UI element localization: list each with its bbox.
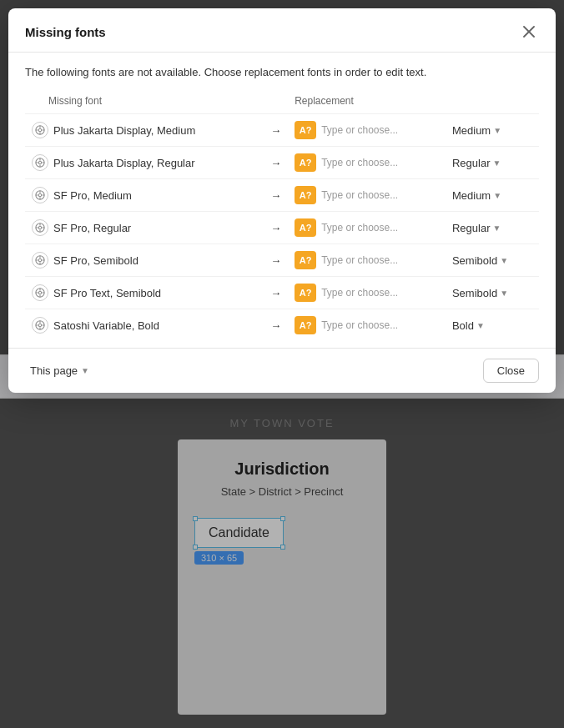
font-type-input[interactable]: Type or choose...	[321, 319, 398, 331]
font-row: Plus Jakarta Display, Regular → A? Type …	[25, 147, 539, 179]
arrow-cell: →	[264, 309, 288, 342]
weight-label: Medium	[452, 124, 491, 137]
scope-button[interactable]: This page ▼	[25, 361, 94, 380]
font-name: Plus Jakarta Display, Regular	[53, 157, 195, 169]
font-type-input[interactable]: Type or choose...	[321, 157, 398, 168]
chevron-down-icon: ▼	[476, 321, 485, 330]
font-badge: A?	[295, 251, 316, 269]
font-name-cell: Plus Jakarta Display, Medium	[25, 114, 264, 147]
weight-cell: Bold ▼	[446, 309, 539, 342]
weight-dropdown[interactable]: Regular ▼	[452, 157, 532, 169]
svg-point-9	[38, 161, 41, 163]
font-picker-cell: A? Type or choose...	[288, 179, 446, 212]
font-settings-icon	[32, 284, 48, 301]
font-type-input[interactable]: Type or choose...	[321, 189, 398, 201]
svg-point-21	[38, 226, 41, 228]
font-settings-icon	[32, 252, 48, 269]
svg-point-39	[38, 324, 41, 326]
arrow-cell: →	[264, 179, 288, 212]
font-type-input[interactable]: Type or choose...	[321, 124, 398, 136]
chevron-down-icon: ▼	[492, 158, 501, 168]
fonts-table: Missing font Replacement	[25, 92, 539, 341]
arrow-cell: →	[264, 114, 288, 147]
font-name: SF Pro Text, Semibold	[53, 287, 161, 299]
font-name-cell: SF Pro Text, Semibold	[25, 277, 264, 309]
font-name-cell: SF Pro, Regular	[25, 212, 264, 244]
font-badge: A?	[295, 316, 316, 334]
font-name-cell: Plus Jakarta Display, Regular	[25, 147, 264, 179]
font-picker-cell: A? Type or choose...	[288, 147, 446, 179]
arrow-cell: →	[264, 244, 288, 277]
chevron-down-icon: ▼	[492, 223, 501, 233]
modal-header: Missing fonts	[8, 8, 556, 53]
missing-font-column-header: Missing font	[25, 92, 264, 114]
font-badge: A?	[295, 121, 316, 139]
modal-footer: This page ▼ Close	[8, 348, 556, 393]
font-badge: A?	[295, 153, 316, 172]
weight-label: Bold	[452, 319, 474, 332]
font-picker-cell: A? Type or choose...	[288, 114, 446, 147]
font-row: Satoshi Variable, Bold → A? Type or choo…	[25, 309, 539, 342]
weight-label: Semibold	[452, 254, 497, 267]
arrow-cell: →	[264, 277, 288, 309]
font-picker-cell: A? Type or choose...	[288, 212, 446, 244]
font-name: Satoshi Variable, Bold	[53, 319, 159, 332]
arrow-cell: →	[264, 147, 288, 179]
svg-point-27	[38, 259, 41, 261]
weight-cell: Regular ▼	[446, 212, 539, 244]
scope-label: This page	[30, 364, 78, 377]
font-row: SF Pro, Regular → A? Type or choose... R…	[25, 212, 539, 244]
font-type-input[interactable]: Type or choose...	[321, 287, 398, 299]
font-name-cell: SF Pro, Medium	[25, 179, 264, 212]
chevron-down-icon: ▼	[493, 126, 501, 135]
weight-label: Semibold	[452, 287, 497, 299]
weight-label: Regular	[452, 157, 491, 169]
font-row: SF Pro, Medium → A? Type or choose... Me…	[25, 179, 539, 212]
svg-point-15	[38, 193, 41, 196]
modal-body: The following fonts are not available. C…	[8, 53, 556, 341]
weight-dropdown[interactable]: Bold ▼	[452, 319, 532, 332]
font-name: SF Pro, Semibold	[53, 254, 138, 267]
arrow-cell: →	[264, 212, 288, 244]
font-name: SF Pro, Regular	[53, 222, 131, 234]
weight-dropdown[interactable]: Semibold ▼	[452, 287, 532, 299]
weight-dropdown[interactable]: Semibold ▼	[452, 254, 532, 267]
font-picker-cell: A? Type or choose...	[288, 244, 446, 277]
svg-point-3	[38, 128, 41, 131]
font-name-cell: Satoshi Variable, Bold	[25, 309, 264, 342]
weight-cell: Medium ▼	[446, 179, 539, 212]
weight-dropdown[interactable]: Medium ▼	[452, 124, 532, 137]
font-row: SF Pro Text, Semibold → A? Type or choos…	[25, 277, 539, 309]
weight-dropdown[interactable]: Regular ▼	[452, 222, 532, 234]
font-row: Plus Jakarta Display, Medium → A? Type o…	[25, 114, 539, 147]
font-badge: A?	[295, 186, 316, 204]
font-settings-icon	[32, 154, 48, 171]
font-type-input[interactable]: Type or choose...	[321, 222, 398, 233]
chevron-down-icon: ▼	[500, 256, 508, 265]
close-icon-button[interactable]	[519, 22, 539, 42]
close-icon	[523, 26, 535, 38]
font-settings-icon	[32, 219, 48, 236]
weight-cell: Semibold ▼	[446, 277, 539, 309]
weight-cell: Semibold ▼	[446, 244, 539, 277]
font-picker-cell: A? Type or choose...	[288, 277, 446, 309]
weight-label: Regular	[452, 222, 491, 234]
weight-dropdown[interactable]: Medium ▼	[452, 189, 532, 202]
font-settings-icon	[32, 317, 48, 334]
font-name: Plus Jakarta Display, Medium	[53, 124, 195, 137]
weight-label: Medium	[452, 189, 491, 202]
weight-cell: Regular ▼	[446, 147, 539, 179]
replacement-font-column-header: Replacement	[288, 92, 446, 114]
modal-title: Missing fonts	[25, 25, 106, 39]
close-footer-button[interactable]: Close	[483, 359, 539, 383]
font-picker-cell: A? Type or choose...	[288, 309, 446, 342]
font-settings-icon	[32, 187, 48, 203]
svg-point-33	[38, 291, 41, 294]
font-row: SF Pro, Semibold → A? Type or choose... …	[25, 244, 539, 277]
font-type-input[interactable]: Type or choose...	[321, 254, 398, 266]
weight-column-header	[446, 92, 539, 114]
font-name-cell: SF Pro, Semibold	[25, 244, 264, 277]
font-name: SF Pro, Medium	[53, 189, 132, 202]
chevron-down-icon: ▼	[493, 191, 501, 200]
font-badge: A?	[295, 218, 316, 237]
